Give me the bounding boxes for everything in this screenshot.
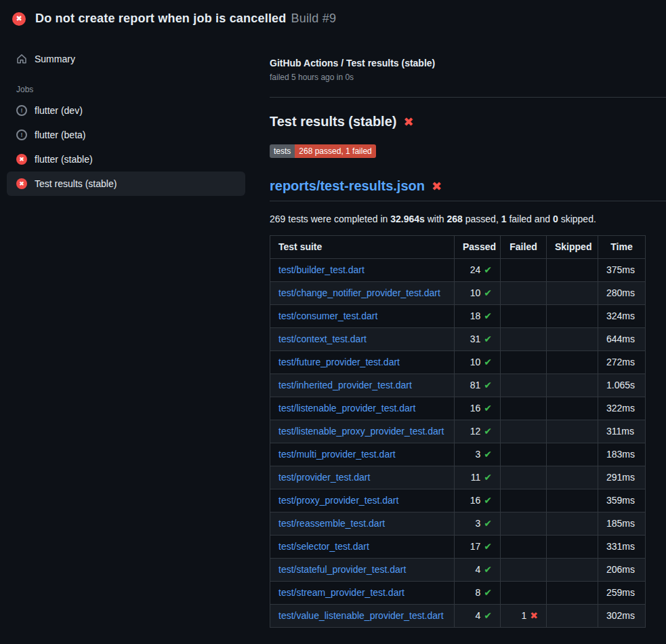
check-icon: ✔ (484, 518, 492, 529)
skipped-cell (547, 466, 598, 489)
passed-cell-count: 17 (470, 541, 481, 552)
passed-cell-count: 12 (470, 426, 481, 437)
table-row: test/multi_provider_test.dart3✔183ms (270, 443, 646, 466)
failed-cell (501, 489, 547, 512)
summary-failed-count: 1 (501, 214, 507, 224)
skipped-cell (547, 328, 598, 351)
failed-cell (501, 282, 547, 305)
sidebar: Summary Jobs ! flutter (dev) ! flutter (… (0, 36, 259, 196)
suite-link[interactable]: test/inherited_provider_test.dart (278, 380, 412, 390)
suite-link[interactable]: test/stateful_provider_test.dart (278, 564, 406, 575)
check-icon: ✔ (484, 541, 492, 552)
summary-line: 269 tests were completed in 32.964s with… (270, 214, 666, 224)
suite-link[interactable]: test/listenable_proxy_provider_test.dart (278, 426, 444, 437)
summary-skipped-count: 0 (553, 214, 558, 224)
suite-cell: test/value_listenable_provider_test.dart (270, 605, 455, 628)
summary-suffix: skipped. (558, 214, 596, 224)
passed-cell-count: 81 (470, 380, 481, 390)
table-row: test/stateful_provider_test.dart4✔206ms (270, 559, 646, 582)
suite-link[interactable]: test/reassemble_test.dart (278, 518, 385, 529)
suite-link[interactable]: test/proxy_provider_test.dart (278, 495, 398, 506)
page-title: Do not create report when job is cancell… (35, 12, 336, 26)
time-cell: 280ms (598, 282, 646, 305)
suite-link[interactable]: test/value_listenable_provider_test.dart (278, 610, 444, 621)
suite-cell: test/stream_provider_test.dart (270, 582, 455, 605)
failed-cell: 1✖ (501, 605, 547, 628)
failed-cell (501, 443, 547, 466)
suite-link[interactable]: test/context_test.dart (278, 334, 367, 344)
sidebar-item-flutter-stable[interactable]: ✖ flutter (stable) (7, 147, 245, 172)
divider (270, 97, 666, 98)
skipped-cell (547, 443, 598, 466)
passed-cell-count: 16 (470, 403, 481, 414)
suite-cell: test/provider_test.dart (270, 466, 455, 489)
passed-cell: 3✔ (455, 443, 501, 466)
skipped-cell (547, 489, 598, 512)
failed-cell (501, 259, 547, 282)
summary-mid2: passed, (463, 214, 501, 224)
table-row: test/context_test.dart31✔644ms (270, 328, 646, 351)
suite-link[interactable]: test/change_notifier_provider_test.dart (278, 287, 440, 298)
sidebar-item-test-results-stable[interactable]: ✖ Test results (stable) (7, 172, 245, 196)
main-content: GitHub Actions / Test results (stable) f… (259, 36, 666, 628)
failed-cell (501, 374, 547, 397)
time-cell: 185ms (598, 512, 646, 536)
suite-link[interactable]: test/future_provider_test.dart (278, 357, 400, 367)
check-icon: ✔ (484, 495, 492, 506)
time-cell: 375ms (598, 259, 646, 282)
table-row: test/builder_test.dart24✔375ms (270, 259, 646, 282)
skipped-cell (547, 282, 598, 305)
table-row: test/reassemble_test.dart3✔185ms (270, 512, 646, 536)
passed-cell-count: 3 (475, 518, 480, 529)
failed-cell-count: 1 (521, 610, 526, 621)
passed-cell: 18✔ (455, 305, 501, 328)
passed-cell-count: 24 (470, 264, 481, 275)
table-row: test/stream_provider_test.dart8✔259ms (270, 582, 646, 605)
skipped-cell (547, 305, 598, 328)
suite-link[interactable]: test/builder_test.dart (278, 264, 365, 275)
check-icon: ✔ (484, 426, 492, 437)
run-meta: failed 5 hours ago in 0s (270, 73, 666, 82)
skipped-cell (547, 536, 598, 559)
suite-link[interactable]: test/multi_provider_test.dart (278, 449, 396, 460)
suite-link[interactable]: test/consumer_test.dart (278, 310, 377, 321)
sidebar-item-flutter-dev[interactable]: ! flutter (dev) (7, 98, 245, 123)
suite-link[interactable]: test/stream_provider_test.dart (278, 587, 404, 598)
sidebar-summary-label: Summary (35, 54, 75, 64)
time-cell: 272ms (598, 351, 646, 374)
check-icon: ✔ (484, 564, 492, 575)
passed-cell-count: 10 (470, 287, 481, 298)
suite-link[interactable]: test/listenable_provider_test.dart (278, 403, 415, 414)
summary-mid1: with (425, 214, 447, 224)
passed-cell-count: 16 (470, 495, 481, 506)
time-cell: 291ms (598, 466, 646, 489)
suite-cell: test/change_notifier_provider_test.dart (270, 282, 455, 305)
build-header: ✖ Do not create report when job is cance… (0, 0, 666, 36)
skipped-cell (547, 605, 598, 628)
check-icon: ✔ (484, 310, 492, 321)
report-file-link[interactable]: reports/test-results.json (270, 178, 425, 194)
table-row: test/provider_test.dart11✔291ms (270, 466, 646, 489)
passed-cell: 10✔ (455, 351, 501, 374)
passed-cell: 10✔ (455, 282, 501, 305)
sidebar-item-flutter-beta[interactable]: ! flutter (beta) (7, 123, 245, 147)
failed-cell (501, 466, 547, 489)
failed-cell (501, 328, 547, 351)
passed-cell: 12✔ (455, 420, 501, 443)
suite-link[interactable]: test/provider_test.dart (278, 472, 370, 483)
suite-link[interactable]: test/selector_test.dart (278, 541, 369, 552)
section-title: Test results (stable) ✖ (270, 114, 666, 129)
passed-cell-count: 3 (475, 449, 480, 460)
sidebar-item-summary[interactable]: Summary (7, 47, 245, 71)
time-cell: 259ms (598, 582, 646, 605)
failed-cross-icon: ✖ (432, 180, 442, 193)
header-time: Time (598, 236, 646, 259)
passed-cell: 4✔ (455, 559, 501, 582)
skipped-cell (547, 397, 598, 420)
time-cell: 302ms (598, 605, 646, 628)
suite-cell: test/multi_provider_test.dart (270, 443, 455, 466)
passed-cell-count: 4 (475, 610, 480, 621)
failed-cell (501, 512, 547, 536)
time-cell: 331ms (598, 536, 646, 559)
job-label: Test results (stable) (35, 178, 117, 189)
